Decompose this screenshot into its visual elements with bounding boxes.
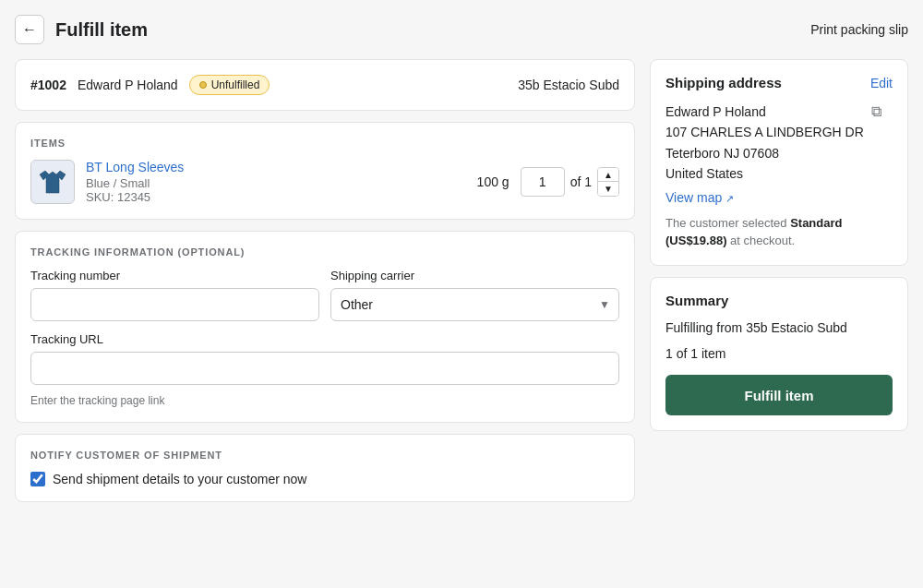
status-badge: Unfulfilled [189,75,270,95]
item-variant: Blue / Small [86,176,466,190]
tracking-url-helper: Enter the tracking page link [30,394,619,407]
summary-card: Summary Fulfilling from 35b Estacio Subd… [650,277,908,432]
item-weight: 100 g [477,174,509,189]
item-details: BT Long Sleeves Blue / Small SKU: 12345 [86,160,466,204]
address-country: United States [665,163,864,184]
shipping-address-card: Shipping address Edit Edward P Holand 10… [650,59,908,266]
shipping-address-title: Shipping address [665,75,782,90]
tracking-url-input[interactable] [30,352,619,385]
summary-fulfilling-from: Fulfilling from 35b Estacio Subd 1 of 1 … [665,318,893,365]
notify-section-label: NOTIFY CUSTOMER OF SHIPMENT [30,450,619,461]
badge-dot-icon [199,81,207,89]
tracking-card: TRACKING INFORMATION (OPTIONAL) Tracking… [15,231,635,423]
address-text: Edward P Holand 107 CHARLES A LINDBERGH … [665,102,864,185]
order-location: 35b Estacio Subd [518,78,619,92]
shipping-carrier-select-wrapper: Other UPS FedEx USPS DHL ▼ [330,288,619,321]
qty-box: 1 [521,167,565,197]
tracking-url-group: Tracking URL Enter the tracking page lin… [30,332,619,407]
back-button[interactable]: ← [15,15,44,44]
items-card: ITEMS BT Long Sleeves Blue / Small SKU: … [15,122,635,220]
order-header: #1002 Edward P Holand Unfulfilled 35b Es… [30,75,619,95]
back-icon: ← [22,21,37,38]
tracking-number-group: Tracking number [30,269,319,321]
notify-checkbox-label[interactable]: Send shipment details to your customer n… [53,472,306,486]
customer-name: Edward P Holand [78,78,178,92]
shipping-carrier-select[interactable]: Other UPS FedEx USPS DHL [330,288,619,321]
page-title: Fulfill item [55,19,148,41]
tracking-url-label: Tracking URL [30,332,619,346]
external-link-icon: ↗ [725,193,734,204]
item-name-link[interactable]: BT Long Sleeves [86,160,184,174]
qty-of-label: of 1 [570,174,592,189]
notify-checkbox[interactable] [30,472,45,486]
right-column: Shipping address Edit Edward P Holand 10… [650,59,908,431]
view-map-link[interactable]: View map ↗ [665,190,893,205]
print-packing-slip-link[interactable]: Print packing slip [810,22,908,37]
notify-card: NOTIFY CUSTOMER OF SHIPMENT Send shipmen… [15,434,635,502]
shirt-svg-icon [36,165,69,198]
tracking-form-row: Tracking number Shipping carrier Other U… [30,269,619,321]
shipping-carrier-label: Shipping carrier [330,269,619,282]
main-layout: #1002 Edward P Holand Unfulfilled 35b Es… [15,59,908,502]
edit-address-link[interactable]: Edit [870,76,893,90]
item-thumbnail [30,160,75,204]
tracking-section-label: TRACKING INFORMATION (OPTIONAL) [30,246,619,258]
tracking-number-label: Tracking number [30,269,319,282]
left-column: #1002 Edward P Holand Unfulfilled 35b Es… [15,59,635,502]
shipping-address-header: Shipping address Edit [665,75,893,90]
address-street: 107 CHARLES A LINDBERGH DR [665,122,864,142]
fulfilling-from-text: Fulfilling from 35b Estacio Subd [665,318,893,338]
order-info-card: #1002 Edward P Holand Unfulfilled 35b Es… [15,59,635,111]
item-count-text: 1 of 1 item [665,343,893,364]
items-section-label: ITEMS [30,138,619,149]
qty-decrement-button[interactable]: ▼ [598,182,618,196]
address-city-state: Teterboro NJ 07608 [665,143,864,163]
summary-title: Summary [665,293,893,308]
status-label: Unfulfilled [211,78,260,91]
quantity-control: 1 of 1 ▲ ▼ [521,167,619,197]
item-row: BT Long Sleeves Blue / Small SKU: 12345 … [30,160,619,204]
view-map-label: View map [665,190,722,205]
copy-address-icon[interactable]: ⧉ [871,103,881,120]
qty-stepper[interactable]: ▲ ▼ [597,167,619,197]
address-block-with-icon: Edward P Holand 107 CHARLES A LINDBERGH … [665,102,893,185]
header-left: ← Fulfill item [15,15,148,44]
notify-checkbox-row: Send shipment details to your customer n… [30,472,619,486]
qty-increment-button[interactable]: ▲ [598,168,618,182]
fulfill-item-button[interactable]: Fulfill item [665,375,893,415]
qty-value: 1 [539,174,546,189]
tracking-number-input[interactable] [30,288,319,321]
shipping-carrier-group: Shipping carrier Other UPS FedEx USPS DH… [330,269,619,321]
page-header: ← Fulfill item Print packing slip [15,15,908,44]
qty-display: 1 of 1 [521,167,592,197]
shipping-note: The customer selected Standard (US$19.88… [665,214,893,250]
item-sku: SKU: 12345 [86,190,466,204]
address-name: Edward P Holand [665,102,864,122]
order-number: #1002 [30,78,66,92]
